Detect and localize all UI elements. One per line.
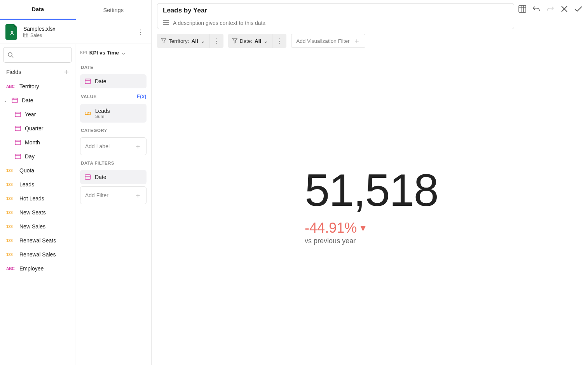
- fields-search[interactable]: [3, 47, 72, 63]
- calendar-icon: [12, 97, 18, 104]
- number-type-icon: 123: [6, 197, 16, 201]
- svg-rect-26: [519, 5, 526, 12]
- section-data-filters: DATA FILTERS: [80, 158, 147, 168]
- value-shelf-chip[interactable]: 123 Leads Sum: [80, 104, 147, 123]
- field-hot-leads[interactable]: 123Hot Leads: [3, 191, 72, 205]
- number-type-icon: 123: [6, 211, 16, 215]
- filter-icon: [161, 38, 166, 44]
- field-renewal-sales[interactable]: 123Renewal Sales: [3, 247, 72, 261]
- chevron-down-icon: [201, 38, 205, 44]
- svg-rect-1: [24, 33, 28, 37]
- field-day[interactable]: Day: [3, 149, 72, 163]
- search-icon: [7, 52, 14, 58]
- field-renewal-seats[interactable]: 123Renewal Seats: [3, 233, 72, 247]
- svg-rect-11: [15, 112, 21, 117]
- kpi-value: 51,518: [305, 168, 438, 213]
- field-month[interactable]: Month: [3, 135, 72, 149]
- number-type-icon: 123: [6, 253, 16, 257]
- filter-territory-main[interactable]: Territory: All: [157, 38, 209, 44]
- close-icon[interactable]: [560, 5, 569, 13]
- svg-line-6: [12, 56, 13, 58]
- datasource-filename: Samples.xlsx: [23, 26, 55, 32]
- svg-rect-19: [85, 79, 91, 84]
- field-quarter[interactable]: Quarter: [3, 121, 72, 135]
- svg-rect-21: [85, 175, 91, 179]
- chevron-down-icon: [121, 49, 126, 56]
- svg-rect-17: [15, 154, 21, 159]
- tab-settings[interactable]: Settings: [76, 0, 152, 20]
- section-date: DATE: [80, 62, 147, 72]
- filter-territory: Territory: All: [157, 34, 223, 48]
- calendar-icon: [15, 153, 21, 160]
- expand-icon[interactable]: ⌄: [4, 98, 9, 103]
- visualization-title-input[interactable]: [163, 6, 508, 15]
- datasource-sheet: Sales: [30, 33, 42, 38]
- visualization-canvas: 51,518 -44.91%▼ vs previous year: [157, 48, 583, 365]
- datasource-more-icon[interactable]: [135, 26, 146, 38]
- svg-rect-13: [15, 126, 21, 131]
- excel-file-icon: X: [5, 24, 19, 40]
- fields-header-label: Fields: [6, 69, 21, 75]
- add-field-button[interactable]: ＋: [63, 67, 70, 77]
- number-type-icon: 123: [6, 225, 16, 229]
- plus-icon: ＋: [134, 142, 141, 151]
- calendar-icon: [85, 174, 91, 180]
- calendar-icon: [85, 78, 91, 84]
- grid-view-icon[interactable]: [518, 5, 527, 13]
- svg-point-5: [8, 53, 12, 56]
- filter-date-main[interactable]: Date: All: [228, 38, 272, 44]
- datasource-row: X Samples.xlsx Sales: [0, 20, 151, 44]
- viz-type-picker[interactable]: KPI KPI vs Time: [80, 48, 147, 60]
- undo-icon[interactable]: [532, 5, 541, 13]
- fx-button[interactable]: F(x): [137, 94, 147, 99]
- plus-icon: ＋: [134, 191, 141, 200]
- tab-data[interactable]: Data: [0, 0, 76, 20]
- section-value: VALUE F(x): [80, 91, 147, 102]
- calendar-icon: [15, 111, 21, 118]
- data-filter-chip[interactable]: Date: [80, 170, 147, 184]
- filter-date-more[interactable]: [272, 34, 286, 48]
- text-type-icon: ABC: [6, 267, 16, 271]
- confirm-icon[interactable]: [574, 5, 583, 13]
- number-type-icon: 123: [6, 182, 16, 187]
- field-territory[interactable]: ABC Territory: [3, 79, 72, 93]
- trend-down-icon: ▼: [358, 223, 368, 233]
- add-visualization-filter[interactable]: Add Visualization Filter ＋: [291, 34, 365, 48]
- field-leads[interactable]: 123Leads: [3, 177, 72, 191]
- add-label-drop[interactable]: Add Label ＋: [80, 137, 147, 155]
- number-type-icon: 123: [6, 168, 16, 173]
- text-type-icon: ABC: [6, 84, 16, 89]
- date-shelf-chip[interactable]: Date: [80, 74, 147, 88]
- field-quota[interactable]: 123Quota: [3, 163, 72, 177]
- fields-panel: Fields ＋ ABC Territory ⌄ Date Year Quart…: [0, 44, 75, 365]
- field-employee[interactable]: ABCEmployee: [3, 261, 72, 276]
- field-new-sales[interactable]: 123New Sales: [3, 219, 72, 233]
- redo-icon: [546, 5, 555, 13]
- field-new-seats[interactable]: 123New Seats: [3, 205, 72, 219]
- svg-rect-7: [12, 98, 17, 103]
- calendar-icon: [15, 125, 21, 132]
- calendar-icon: [15, 139, 21, 146]
- field-date[interactable]: ⌄ Date: [3, 93, 72, 107]
- number-type-icon: 123: [6, 239, 16, 243]
- visualization-filter-row: Territory: All Date: All Add Visualizati…: [157, 29, 583, 48]
- filter-icon: [232, 38, 237, 44]
- svg-rect-15: [15, 140, 21, 145]
- title-description-box: [157, 3, 514, 29]
- kpi-delta: -44.91%▼: [305, 220, 438, 236]
- number-type-icon: 123: [85, 111, 91, 116]
- config-panel: KPI KPI vs Time DATE Date VALUE F(x) 123…: [75, 44, 151, 365]
- section-category: CATEGORY: [80, 125, 147, 135]
- sheet-icon: [23, 33, 28, 39]
- field-year[interactable]: Year: [3, 107, 72, 121]
- filter-territory-more[interactable]: [209, 34, 223, 48]
- chevron-down-icon: [263, 38, 268, 44]
- svg-text:X: X: [10, 30, 14, 36]
- add-filter-drop[interactable]: Add Filter ＋: [80, 186, 147, 204]
- left-tabs: Data Settings: [0, 0, 151, 20]
- filter-date: Date: All: [228, 34, 287, 48]
- description-handle-icon[interactable]: [163, 19, 169, 26]
- plus-icon: ＋: [353, 36, 360, 46]
- visualization-description-input[interactable]: [173, 20, 508, 26]
- kpi-comparison-label: vs previous year: [305, 237, 438, 245]
